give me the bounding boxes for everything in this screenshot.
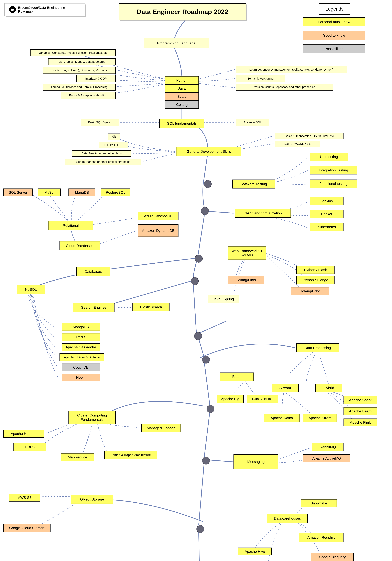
py-dep: Learn dependency management tool(example… [236,66,347,73]
sqlserver: SQL Server [3,188,33,196]
snowflake: Snowflake [301,499,337,507]
hub-dp1 [194,332,202,340]
objstore: Object Storage [71,495,113,504]
spark: Apache Spark [344,396,377,404]
beam: Apache Beam [344,407,377,415]
title: Data Engineer Roadmap 2022 [119,3,246,20]
dynamo: Amazon DynamoDB [138,224,178,237]
py-vcs: Version, scripts, repository and other p… [236,84,333,91]
messaging: Messaging [233,454,278,469]
scrum: Scrum, Kanban or other project strategie… [65,159,142,165]
github-repo-text: ErdemOzgen/Data-Engineering-Roadmap [18,6,81,13]
legend-personal: Personal must know [303,17,365,26]
py-vars: Variables, Constants, Types, Function, P… [30,49,116,56]
neo: Neo4j [62,374,100,381]
ccf: Cluster Computing Fundamentals [68,411,116,424]
flask: Python / Flask [296,266,335,274]
hbase: Apache HBase & Bigtable [59,353,104,361]
auth: Basic Authentication, OAuth, JWT, etc [275,133,344,139]
webfw: Web Frameworks + Routers [228,246,266,260]
dsa: Data Structures and Algorithms [72,150,131,157]
activemq: Apache ActiveMQ [303,454,350,462]
gcs: Google Cloud Storage [3,524,51,532]
hub-db [195,255,203,263]
py-thread: Thread, Multiprocessing,Parallel Process… [43,84,116,91]
cicd: CI/CD and Virtualization [235,209,291,218]
git: Git [108,133,120,140]
batch: Batch [220,373,254,381]
dproc: Data Processing [296,343,339,352]
solid: SOLID, YAGNI, KISS [275,141,320,147]
fiber: Golang/Fiber [228,276,264,284]
couch: CouchDB [62,364,100,371]
legend-good: Good to know [303,31,365,40]
mhadoop: Managed Hadoop [142,424,181,432]
hdfs: HDFS [13,443,46,451]
mongo: MongoDB [62,323,100,331]
search: Search Engines [73,303,115,312]
bigquery: Google Bigquery [311,553,354,561]
legend-title: Legends [319,3,350,15]
cosmos: Azure CosmosDB [138,212,178,220]
cassandra: Apache Cassandra [62,343,100,351]
databases: Databases [76,267,110,276]
py-errors: Errors & Exceptions Handling [61,92,116,99]
hub-web [191,277,199,285]
hub-dwh [196,525,204,533]
s3: AWS S3 [9,494,40,502]
pig: Apache Pig [217,395,244,403]
py-semver: Semantic versioning [236,75,285,82]
sql-adv: Advance SQL [236,119,269,126]
sql-basic: Basic SQL Syntax [81,119,119,126]
func: Functional testing [310,180,357,188]
dwh: Datawarehouses [267,514,308,523]
py-list: List ,Tuples, Maps & data structures [48,58,116,65]
http: HTTP/HTTPS [99,142,128,148]
testing: Software Testing [232,180,275,188]
hub-2 [201,207,209,215]
redis: Redis [62,333,100,341]
mapred: MapReduce [61,453,94,461]
integ: Integration Testing [310,166,357,174]
clouddb: Cloud Databases [59,241,100,250]
jenkins: Jenkins [310,197,344,205]
sql-fundamentals: SQL fundamentals [159,119,204,128]
stream: Stream [272,384,299,392]
spring: Java / Spring [208,295,239,303]
relational: Relational [48,221,93,230]
scala: Scala [165,92,199,100]
dbt: Data Build Tool [247,395,278,403]
kube: Kubernetes [310,223,344,231]
hadoop: Apache Hadoop [3,430,44,438]
nosql: NoSQL [17,285,45,294]
hub-dp2 [202,356,210,364]
rabbit: RabbitMQ [312,443,344,451]
hive: Apache Hive [238,548,272,555]
hub-msg [202,457,210,464]
redshift: Amazon Redshift [299,533,344,542]
storm: Apache Strom [303,414,337,422]
github-icon [9,6,16,13]
docker: Docker [310,210,344,218]
hub-cc [207,405,214,413]
postgres: PostgreSQL [101,188,130,196]
kafka: Apache Kafka [264,414,300,422]
legend-poss: Possibilities [303,44,365,53]
py-pointer: Pointer (Logical imp.), Structures, Meth… [43,67,116,74]
py-interface: Interface & OOP [76,75,116,82]
general-dev-skills: General Development Skills [176,147,241,156]
maria: MariaDB [68,188,95,196]
github-repo-badge[interactable]: ErdemOzgen/Data-Engineering-Roadmap [4,3,85,16]
mysql: MySql [38,188,61,196]
python: Python [165,76,199,84]
lamda: Lamda & Kappa Architecture [104,451,157,459]
django: Python / Django [296,276,335,284]
hub-1 [204,180,212,188]
echo: Golang/Echo [291,287,329,295]
programming-language: Programming Language [144,38,209,48]
hybrid: Hybrid [316,384,342,392]
golang: Golang [165,100,199,109]
java: Java [165,84,199,92]
elastic: ElasticSearch [132,303,170,311]
flink: Apache Flink [344,419,377,426]
